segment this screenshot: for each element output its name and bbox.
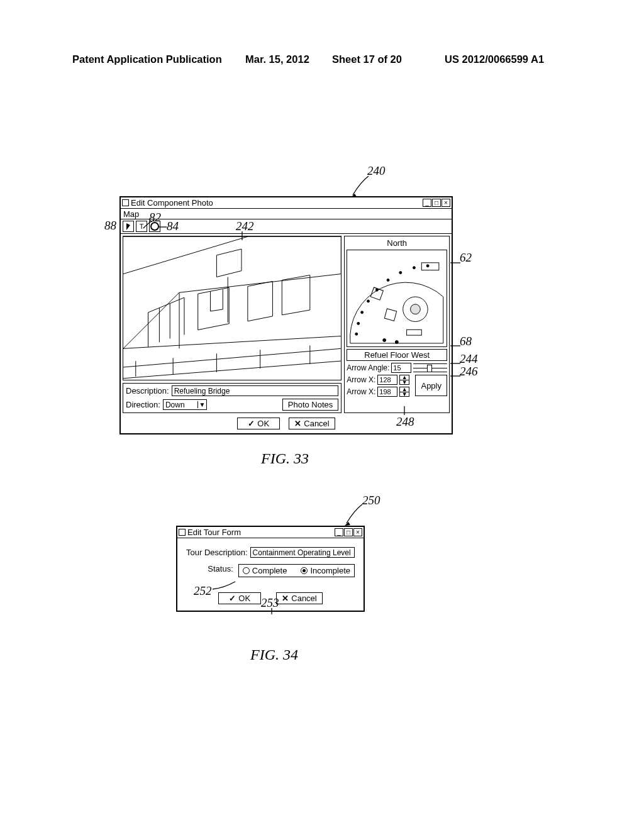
callout-88: 88 <box>104 219 116 233</box>
leader-253 <box>267 607 276 617</box>
header-publication: Patent Application Publication <box>72 53 222 65</box>
status-label: Status: <box>186 564 236 573</box>
svg-point-7 <box>355 333 358 335</box>
leader-242 <box>238 231 247 243</box>
leader-62 <box>450 257 462 267</box>
description-label: Description: <box>126 386 169 396</box>
header-number: US 2012/0066599 A1 <box>445 53 544 65</box>
svg-point-17 <box>396 341 399 344</box>
svg-point-14 <box>413 267 416 269</box>
svg-point-10 <box>367 300 370 302</box>
titlebar[interactable]: Edit Component Photo _ □ × <box>121 197 452 209</box>
chevron-down-icon: ▼ <box>197 401 206 408</box>
arrow-angle-label: Arrow Angle: <box>347 363 389 372</box>
svg-point-15 <box>426 265 429 267</box>
check-icon: ✓ <box>248 419 255 428</box>
figure-33-caption: FIG. 33 <box>261 450 309 467</box>
description-input[interactable] <box>172 385 339 396</box>
svg-point-8 <box>357 322 360 324</box>
svg-rect-3 <box>422 263 440 270</box>
direction-value: Down <box>164 401 197 409</box>
photo-notes-button[interactable]: Photo Notes <box>282 399 339 411</box>
cancel-button[interactable]: ✕Cancel <box>289 418 335 429</box>
leader-248 <box>400 406 409 418</box>
photo-preview[interactable] <box>123 236 341 380</box>
direction-select[interactable]: Down ▼ <box>163 399 207 410</box>
arrow-x-spinner[interactable]: ▲▼ <box>399 375 409 385</box>
map-name: Refuel Floor West <box>347 349 447 361</box>
sysmenu-icon[interactable] <box>179 529 186 536</box>
tour-description-label: Tour Description: <box>186 548 248 557</box>
header-sheet: Sheet 17 of 20 <box>332 53 402 65</box>
callout-246: 246 <box>460 365 478 379</box>
ok-button[interactable]: ✓OK <box>218 592 261 604</box>
window-title: Edit Component Photo <box>131 198 213 208</box>
close-button[interactable]: × <box>353 528 362 536</box>
arrow-y-label: Arrow X: <box>347 387 375 396</box>
callout-244: 244 <box>460 352 478 366</box>
cancel-button[interactable]: ✕Cancel <box>276 592 322 604</box>
arrow-x-input[interactable] <box>377 375 397 385</box>
minimize-button[interactable]: _ <box>335 528 343 536</box>
callout-252: 252 <box>194 584 212 598</box>
arrow-angle-slider[interactable] <box>413 363 447 372</box>
window-title: Edit Tour Form <box>187 528 241 537</box>
leader-246 <box>450 370 462 380</box>
svg-rect-6 <box>407 329 422 335</box>
titlebar[interactable]: Edit Tour Form _ □ × <box>177 527 364 538</box>
sysmenu-icon[interactable] <box>122 199 129 206</box>
figure-34-caption: FIG. 34 <box>250 646 298 663</box>
direction-label: Direction: <box>126 400 160 409</box>
maximize-button[interactable]: □ <box>344 528 353 536</box>
radio-complete[interactable]: Complete <box>243 566 287 575</box>
leader-252 <box>211 580 236 594</box>
close-button[interactable]: × <box>441 199 450 207</box>
x-icon: ✕ <box>294 419 301 428</box>
svg-point-13 <box>399 272 402 274</box>
menu-map[interactable]: Map <box>123 209 139 219</box>
x-icon: ✕ <box>282 594 289 603</box>
radio-icon <box>243 567 250 574</box>
svg-point-2 <box>411 304 421 314</box>
map-sketch <box>347 250 447 346</box>
radio-icon <box>301 567 308 574</box>
cursor-icon <box>126 223 130 230</box>
ok-button[interactable]: ✓OK <box>237 418 280 429</box>
radio-incomplete[interactable]: Incomplete <box>301 566 350 575</box>
svg-point-11 <box>376 289 379 291</box>
svg-rect-5 <box>385 309 397 321</box>
header-date: Mar. 15, 2012 <box>245 53 309 65</box>
arrow-x-label: Arrow X: <box>347 375 375 384</box>
tour-description-input[interactable] <box>250 547 355 558</box>
arrow-y-input[interactable] <box>377 387 397 397</box>
svg-point-16 <box>383 339 386 342</box>
map-thumbnail[interactable] <box>347 250 447 347</box>
arrow-angle-input[interactable] <box>391 363 411 373</box>
check-icon: ✓ <box>229 594 236 603</box>
menubar: Map <box>121 209 452 219</box>
arrow-y-spinner[interactable]: ▲▼ <box>399 387 409 397</box>
north-label: North <box>347 238 447 248</box>
cursor-tool[interactable] <box>123 221 134 232</box>
leader-68 <box>450 340 462 350</box>
minimize-button[interactable]: _ <box>423 199 431 207</box>
apply-button[interactable]: Apply <box>415 375 447 396</box>
leader-84 <box>158 224 169 235</box>
leader-82 <box>142 219 157 233</box>
photo-sketch <box>123 236 341 380</box>
svg-point-12 <box>387 279 389 281</box>
svg-point-9 <box>361 311 364 314</box>
maximize-button[interactable]: □ <box>432 199 441 207</box>
status-radio-group: Complete Incomplete <box>238 564 355 577</box>
